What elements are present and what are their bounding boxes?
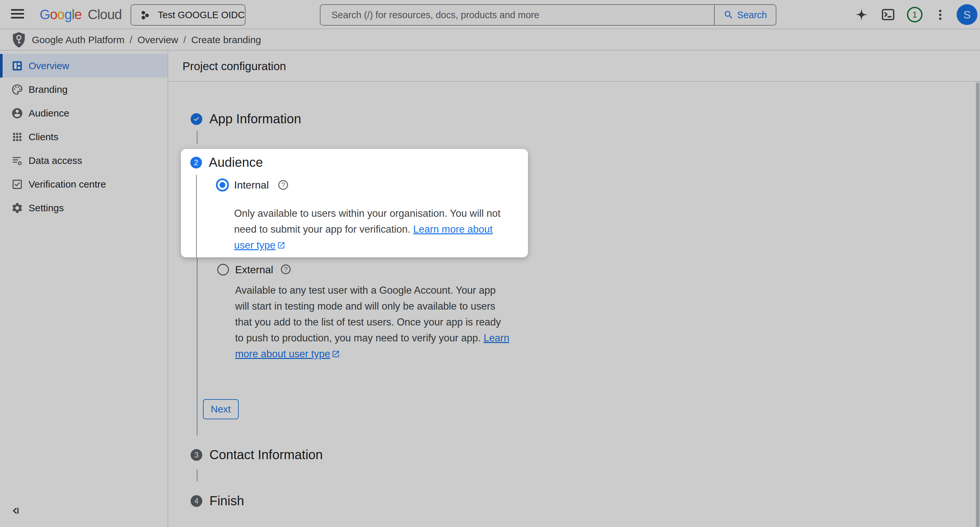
internal-description: Only available to users within your orga… bbox=[234, 205, 513, 254]
internal-radio-label: Internal bbox=[234, 179, 269, 191]
audience-step-card: 2 Audience Internal ? Only available to … bbox=[181, 149, 528, 257]
step-2-title: Audience bbox=[209, 155, 263, 170]
step-2-badge: 2 bbox=[190, 157, 202, 168]
dim-overlay bbox=[0, 0, 980, 527]
internal-radio[interactable] bbox=[216, 178, 229, 192]
internal-help-icon[interactable]: ? bbox=[278, 180, 288, 190]
stepper-connector bbox=[196, 175, 197, 257]
external-link-icon bbox=[277, 238, 285, 254]
